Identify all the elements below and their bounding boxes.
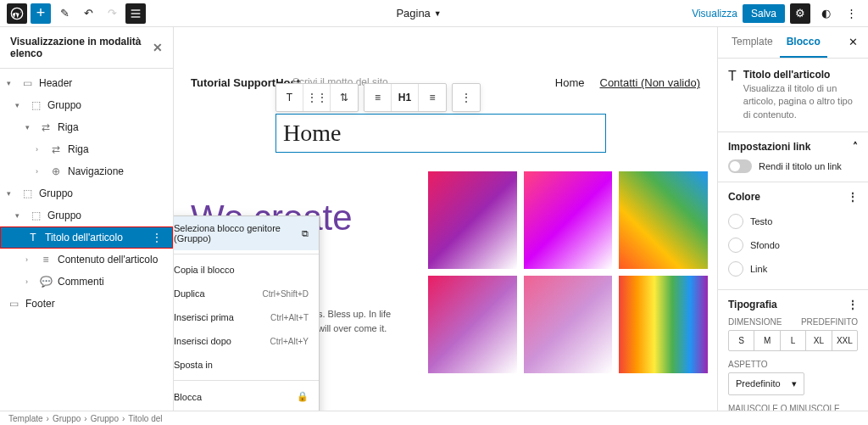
more-options-button[interactable]: ⋮ — [453, 84, 480, 111]
settings-button[interactable]: ⚙ — [790, 3, 810, 24]
tree-item-footer[interactable]: ▭Footer — [0, 293, 173, 315]
save-button[interactable]: Salva — [743, 4, 785, 23]
tree-item-post-title[interactable]: TTitolo dell'articolo⋮ — [0, 226, 173, 249]
size-L[interactable]: L — [781, 331, 806, 350]
block-description: Visualizza il titolo di un articolo, pag… — [743, 82, 858, 121]
svg-rect-2 — [131, 13, 141, 14]
breadcrumb-item[interactable]: Gruppo — [91, 414, 119, 423]
image-gallery — [428, 171, 708, 373]
ctx-insert-after[interactable]: Inserisci dopoCtrl+Alt+Y — [174, 329, 319, 353]
color-text[interactable]: Testo — [728, 210, 858, 233]
block-name: Titolo dell'articolo — [743, 69, 858, 81]
view-button[interactable]: Visualizza — [692, 8, 737, 20]
ctx-duplicate[interactable]: DuplicaCtrl+Shift+D — [174, 282, 319, 305]
tree-item-comments[interactable]: ›💬Commenti — [0, 271, 173, 293]
ctx-copy[interactable]: Copia il blocco — [174, 258, 319, 282]
align-button[interactable]: ≡ — [364, 84, 392, 111]
chevron-down-icon: ▼ — [434, 9, 442, 18]
post-title-input[interactable]: Home — [275, 114, 606, 153]
move-up-down-icon[interactable]: ⇅ — [331, 84, 358, 111]
appearance-select[interactable]: Predefinito▾ — [728, 372, 804, 395]
chevron-down-icon: ▾ — [792, 378, 797, 389]
link-toggle[interactable] — [728, 159, 752, 173]
ctx-lock[interactable]: Blocca🔒 — [174, 384, 319, 409]
edit-mode-icon[interactable]: ✎ — [54, 3, 75, 24]
size-M[interactable]: M — [754, 331, 780, 350]
item-options-icon[interactable]: ⋮ — [148, 232, 165, 243]
breadcrumb: Template › Gruppo › Gruppo › Titolo del — [0, 411, 868, 425]
ctx-select-parent[interactable]: Seleziona blocco genitore (Gruppo)⧉ — [174, 216, 319, 250]
block-icon: T — [728, 69, 737, 121]
block-type-icon[interactable]: T — [276, 84, 303, 111]
typography-heading: Tipografia — [728, 299, 777, 310]
nav-link-contact[interactable]: Contatti (Non valido) — [600, 76, 701, 89]
link-settings-heading: Impostazioni link — [728, 141, 810, 153]
options-icon[interactable]: ⋮ — [848, 299, 858, 310]
options-icon[interactable]: ⋮ — [848, 191, 858, 203]
gallery-image[interactable] — [619, 276, 708, 373]
tree-item-group[interactable]: ▾⬚Gruppo — [0, 94, 173, 116]
gallery-image[interactable] — [619, 171, 708, 269]
lock-icon: 🔒 — [297, 391, 309, 402]
color-background[interactable]: Sfondo — [728, 233, 858, 257]
add-block-button[interactable]: + — [31, 3, 51, 24]
tree-item-header[interactable]: ▾▭Header — [0, 72, 173, 94]
tree-item-navigation[interactable]: ›⊕Navigazione — [0, 160, 173, 182]
heading-level-button[interactable]: H1 — [392, 84, 419, 111]
hero-subtext[interactable]: s. Bless up. In life will over come it. — [318, 307, 391, 335]
size-selector: SMLXLXXL — [728, 330, 858, 351]
document-title[interactable]: Pagina — [396, 7, 430, 20]
svg-rect-1 — [131, 9, 141, 10]
undo-button[interactable]: ↶ — [78, 3, 98, 24]
redo-button[interactable]: ↷ — [102, 3, 122, 24]
copy-icon: ⧉ — [302, 228, 309, 239]
tab-template[interactable]: Template — [725, 27, 780, 58]
breadcrumb-item[interactable]: Gruppo — [53, 414, 81, 423]
gallery-image[interactable] — [428, 276, 517, 373]
tree-item-post-content[interactable]: ›≡Contenuto dell'articolo — [0, 249, 173, 271]
tab-block[interactable]: Blocco — [780, 27, 827, 58]
chevron-up-icon[interactable]: ˄ — [853, 141, 858, 153]
tree-item-group[interactable]: ▾⬚Gruppo — [0, 204, 173, 226]
options-button[interactable]: ⋮ — [841, 3, 861, 24]
tree-item-group[interactable]: ▾⬚Gruppo — [0, 182, 173, 204]
close-icon[interactable]: ✕ — [845, 27, 861, 58]
nav-link-home[interactable]: Home — [555, 76, 585, 89]
close-icon[interactable]: ✕ — [153, 41, 163, 54]
tree-item-row[interactable]: ▾⇄Riga — [0, 116, 173, 138]
breadcrumb-item[interactable]: Template — [8, 414, 43, 423]
text-align-button[interactable]: ≡ — [419, 84, 446, 111]
tree-item-row[interactable]: ›⇄Riga — [0, 138, 173, 160]
wordpress-logo[interactable] — [7, 3, 27, 24]
list-view-title: Visualizzazione in modalità elenco — [10, 36, 153, 59]
list-view-button[interactable] — [125, 3, 146, 24]
color-link[interactable]: Link — [728, 257, 858, 281]
block-tree: ▾▭Header ▾⬚Gruppo ▾⇄Riga ›⇄Riga ›⊕Naviga… — [0, 69, 173, 411]
block-toolbar: T ⋮⋮ ⇅ ≡ H1 ≡ ⋮ — [275, 83, 481, 112]
size-XXL[interactable]: XXL — [832, 331, 857, 350]
breadcrumb-item[interactable]: Titolo del — [128, 414, 162, 423]
drag-handle-icon[interactable]: ⋮⋮ — [303, 84, 331, 111]
size-S[interactable]: S — [729, 331, 754, 350]
gallery-image[interactable] — [524, 171, 613, 269]
context-menu: Seleziona blocco genitore (Gruppo)⧉ Copi… — [174, 215, 320, 411]
styles-button[interactable]: ◐ — [815, 3, 836, 24]
size-XL[interactable]: XL — [806, 331, 832, 350]
gallery-image[interactable] — [524, 276, 613, 373]
gallery-image[interactable] — [428, 171, 517, 269]
ctx-template-part[interactable]: Crea una parte del template◈ — [174, 409, 319, 411]
color-heading: Colore — [728, 191, 760, 203]
ctx-insert-before[interactable]: Inserisci primaCtrl+Alt+T — [174, 305, 319, 329]
ctx-move-to[interactable]: Sposta in — [174, 353, 319, 377]
svg-rect-3 — [131, 16, 141, 17]
